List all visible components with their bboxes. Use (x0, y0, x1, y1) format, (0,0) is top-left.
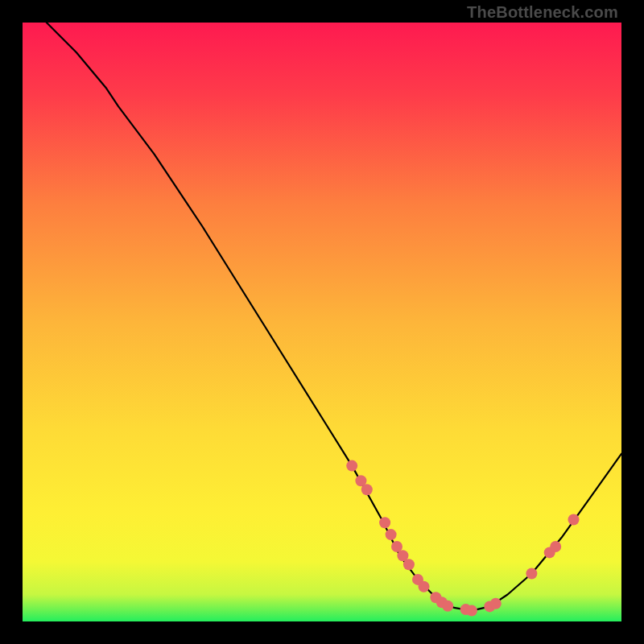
data-point (490, 598, 502, 609)
chart-svg (23, 23, 621, 621)
data-point (386, 529, 397, 540)
data-point (419, 581, 430, 592)
data-point (568, 514, 580, 526)
data-point (526, 568, 537, 580)
gradient-background (23, 23, 621, 621)
chart-frame (23, 23, 621, 621)
data-point (466, 605, 477, 617)
data-point (379, 517, 390, 528)
data-point (550, 541, 561, 552)
watermark-text: TheBottleneck.com (467, 3, 618, 22)
data-point (361, 484, 373, 495)
data-point (346, 460, 357, 472)
data-point (403, 559, 415, 570)
data-point (442, 601, 453, 612)
